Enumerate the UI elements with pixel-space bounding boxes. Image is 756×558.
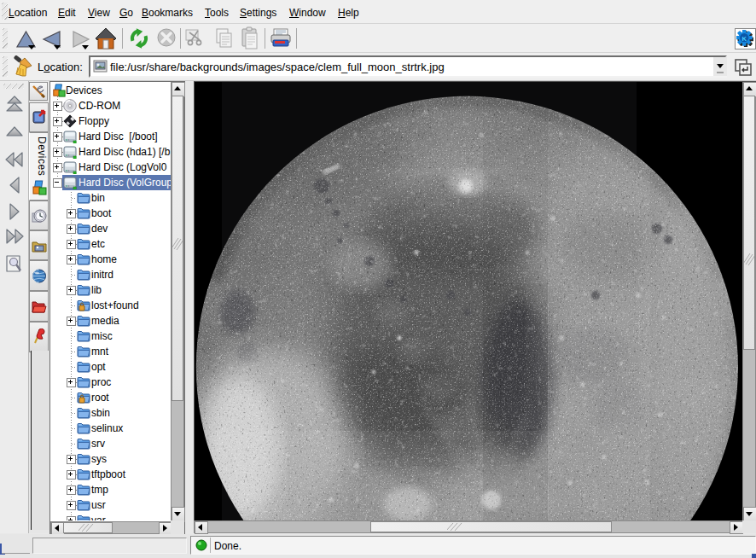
svg-text:K: K — [741, 35, 747, 43]
